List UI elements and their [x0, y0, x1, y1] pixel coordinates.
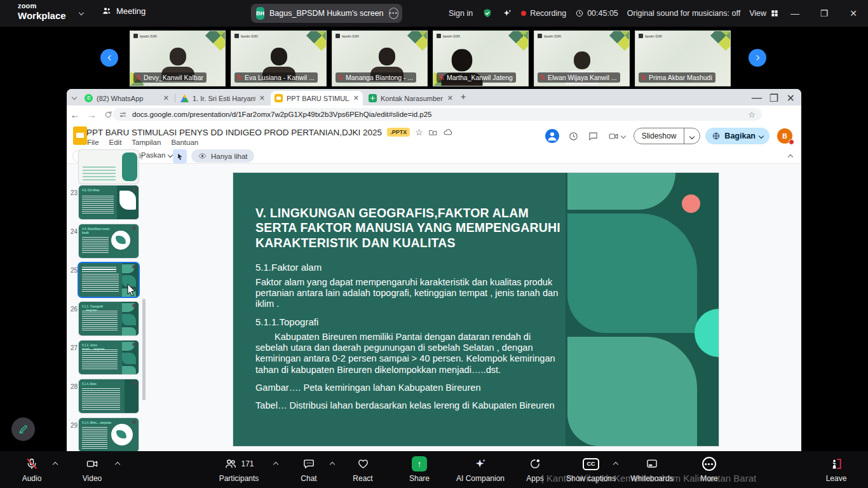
- original-sound-status[interactable]: Original sound for musicians: off: [627, 9, 740, 18]
- slide-thumbnail-24[interactable]: 4.4. Klasifikasi mutu buah: [79, 224, 139, 258]
- tile-logo: bpsdm DJKI: [437, 34, 460, 38]
- scroll-left-button[interactable]: [100, 49, 118, 67]
- maximize-button[interactable]: ❐: [810, 0, 839, 27]
- tab-slides-active[interactable]: PPT BARU STIMULASI PENYS D ✕: [271, 91, 363, 105]
- share-dropdown-icon[interactable]: [759, 133, 764, 139]
- close-button[interactable]: ✕: [839, 0, 868, 27]
- more-button[interactable]: ••• More: [674, 456, 744, 483]
- thumbnail-dot: [132, 265, 136, 269]
- view-mode-pill[interactable]: Hanya lihat: [191, 149, 254, 163]
- site-settings-icon[interactable]: [119, 111, 127, 119]
- slides-app-icon[interactable]: [73, 126, 87, 145]
- bookmark-star-icon[interactable]: ☆: [748, 110, 756, 119]
- shared-screen-pill[interactable]: BH Bagus_BPSDM Hukum's screen •••: [251, 4, 402, 23]
- participant-tile[interactable]: bpsdm DJKI Eva Lusiana - Kanwil ...: [231, 30, 327, 86]
- ai-sparkle-icon[interactable]: [502, 8, 512, 18]
- share-screen-button[interactable]: ↑ Share: [384, 456, 454, 483]
- slideshow-dropdown-icon[interactable]: [684, 132, 700, 140]
- tab-sheets[interactable]: Kontak Narasumber .xlsx - Goo ✕: [365, 91, 457, 105]
- menu-file[interactable]: File: [87, 139, 99, 146]
- filmstrip-scrollbar[interactable]: [142, 299, 146, 400]
- tab-separator: [175, 94, 175, 102]
- back-icon[interactable]: ←: [67, 109, 83, 120]
- participant-tile[interactable]: bpsdm DJKI Elwan Wijaya Kanwil ...: [534, 30, 630, 86]
- participant-tile[interactable]: bpsdm DJKI Devy_Kanwil Kalbar: [130, 30, 226, 86]
- move-icon[interactable]: [428, 128, 438, 137]
- annotate-button[interactable]: [11, 417, 35, 441]
- meeting-tab[interactable]: Meeting: [102, 6, 146, 16]
- scroll-right-button[interactable]: [749, 49, 766, 67]
- video-button[interactable]: Video: [57, 456, 127, 483]
- menu-view[interactable]: Tampilan: [132, 139, 161, 146]
- presence-icon[interactable]: [545, 129, 559, 143]
- sign-in-link[interactable]: Sign in: [449, 9, 473, 18]
- reload-icon[interactable]: [104, 110, 113, 119]
- muted-mic-icon: [539, 74, 546, 81]
- tab-close-icon[interactable]: ✕: [259, 94, 265, 102]
- view-button[interactable]: View: [749, 9, 779, 18]
- more-label: More: [700, 474, 717, 483]
- video-label: Video: [83, 474, 102, 483]
- logo-line1: zoom: [18, 3, 66, 10]
- whiteboards-label: Whiteboards: [630, 474, 673, 483]
- forward-icon[interactable]: →: [83, 109, 100, 120]
- tab-close-icon[interactable]: ✕: [163, 94, 169, 102]
- camera-icon: [85, 458, 99, 470]
- star-icon[interactable]: ☆: [415, 127, 423, 137]
- browser-maximize-button[interactable]: ❐: [770, 92, 778, 104]
- slides-profile-avatar[interactable]: B: [777, 128, 792, 144]
- meet-chevron-icon[interactable]: [620, 133, 625, 139]
- browser-minimize-button[interactable]: —: [752, 92, 762, 104]
- tab-whatsapp[interactable]: ✆ (82) WhatsApp ✕: [81, 91, 173, 105]
- hide-toolbar-chevron-icon[interactable]: [788, 154, 793, 159]
- share-options-icon[interactable]: •••: [389, 8, 399, 19]
- minimize-button[interactable]: —: [780, 0, 810, 27]
- file-type-badge: .PPTX: [387, 128, 410, 137]
- menu-help[interactable]: Bantuan: [171, 139, 198, 146]
- document-title[interactable]: PPT BARU STIMULASI PENYS DD INDIGEO PROD…: [86, 128, 382, 137]
- drive-icon: [180, 94, 189, 102]
- people-icon: [102, 6, 112, 16]
- participants-button[interactable]: 171 Participants: [204, 456, 274, 483]
- participant-tile[interactable]: bpsdm DJKI Martha_Kanwil Jateng: [433, 30, 529, 86]
- tab-search-chevron-icon[interactable]: [72, 95, 77, 100]
- cloud-status-icon[interactable]: [443, 127, 453, 137]
- thumbnail-title-lines: [82, 267, 116, 272]
- grid-view-icon: [770, 9, 779, 18]
- slide-thumbnail-28[interactable]: 5.1.4. Iklim: [79, 379, 139, 413]
- slide-thumbnail-27[interactable]: 5.1.2. Jenis tanah.....lanjutan: [79, 341, 139, 374]
- share-button[interactable]: Bagikan: [705, 128, 770, 144]
- select-cursor-tool[interactable]: [173, 149, 187, 163]
- slide-thumbnail-26[interactable]: 5.1.1. Topografi .....lanjutan: [79, 302, 139, 336]
- version-history-icon[interactable]: [568, 131, 579, 142]
- workspace-chevron-down-icon[interactable]: [79, 10, 84, 15]
- security-shield-icon[interactable]: [482, 8, 493, 19]
- tile-decoration: [306, 30, 327, 51]
- leave-button[interactable]: Leave: [801, 456, 868, 483]
- tab-drive-doc[interactable]: 1. Ir. Sri Esti Haryanti, M.M - Sli ✕: [177, 91, 269, 105]
- participant-name: Martha_Kanwil Jateng: [447, 74, 513, 81]
- thumbnail-dot: [132, 381, 136, 385]
- url-field[interactable]: docs.google.com/presentation/d/1Far2omx7…: [112, 108, 762, 121]
- browser-close-button[interactable]: ✕: [787, 92, 795, 104]
- meet-camera-icon[interactable]: [607, 131, 620, 142]
- slide-thumbnail-23[interactable]: 4.3. Ciri khas: [79, 186, 139, 219]
- participant-tile[interactable]: bpsdm DJKI Prima Akbar Mashudi: [635, 30, 731, 86]
- fit-label: Paskan: [141, 151, 165, 159]
- menu-edit[interactable]: Edit: [109, 139, 122, 146]
- tab-close-icon[interactable]: ✕: [353, 94, 359, 102]
- recording-indicator[interactable]: Recording: [521, 9, 566, 18]
- slide-thumbnail-partial[interactable]: [79, 150, 139, 184]
- slide-canvas[interactable]: V. LINGKUNGAN GEOGRAFIS,FAKTOR ALAM SERT…: [233, 173, 719, 446]
- react-label: React: [353, 474, 372, 483]
- new-tab-button[interactable]: +: [461, 92, 466, 102]
- zoom-workplace-logo: zoom Workplace: [18, 3, 66, 20]
- fit-dropdown[interactable]: Paskan: [141, 151, 172, 159]
- comments-icon[interactable]: [588, 131, 599, 142]
- tab-close-icon[interactable]: ✕: [447, 94, 453, 102]
- participant-tile[interactable]: bpsdm DJKI Mananga Biantong - ...: [332, 30, 428, 86]
- slide-thumbnail-29[interactable]: 5.1.4. Iklim.....lanjutan: [79, 418, 139, 451]
- leave-label: Leave: [826, 474, 847, 483]
- slideshow-button[interactable]: Slideshow: [634, 128, 701, 144]
- captions-button[interactable]: CC Show captions: [556, 456, 626, 483]
